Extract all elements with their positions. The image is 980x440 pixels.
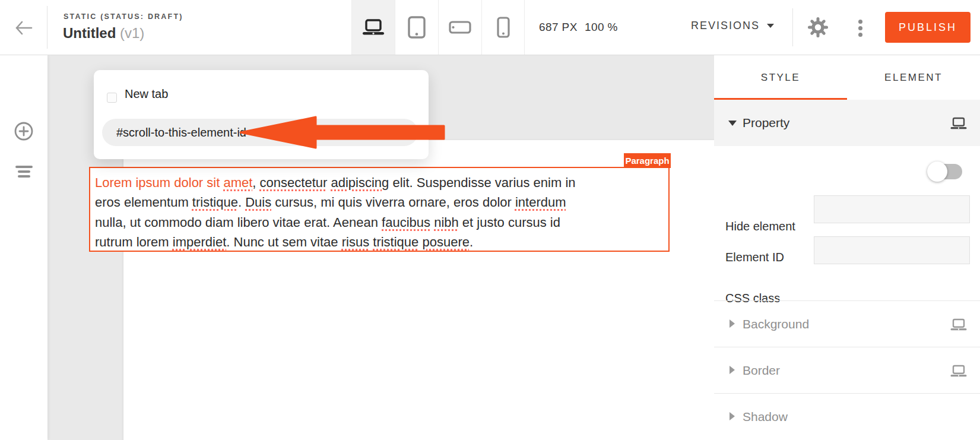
section-header-shadow[interactable]: Shadow bbox=[714, 394, 980, 440]
section-header-property[interactable]: Property bbox=[714, 100, 980, 146]
publish-button[interactable]: PUBLISH bbox=[885, 12, 971, 43]
device-phone-landscape-button[interactable] bbox=[438, 0, 481, 55]
page-title-text: Untitled bbox=[63, 25, 116, 41]
inspector-panel: STYLE ELEMENT Property Hide element Elem… bbox=[714, 55, 980, 440]
section-title: Background bbox=[743, 317, 809, 331]
page-builder-app: STATIC (STATUS: DRAFT) Untitled (v1) bbox=[0, 0, 980, 440]
paragraph-line: rutrum lorem imperdiet. Nunc ut sem vita… bbox=[95, 232, 664, 252]
paragraph-link: Lorem ipsum dolor sit amet bbox=[95, 175, 252, 190]
section-header-border[interactable]: Border bbox=[714, 347, 980, 394]
laptop-icon[interactable] bbox=[950, 116, 969, 131]
layers-icon bbox=[15, 166, 33, 178]
settings-button[interactable] bbox=[807, 16, 829, 39]
css-class-input[interactable] bbox=[814, 236, 970, 264]
device-tablet-button[interactable] bbox=[395, 0, 438, 55]
phone-landscape-icon bbox=[449, 21, 471, 34]
paragraph-line: Lorem ipsum dolor sit amet, consectetur … bbox=[95, 173, 664, 192]
new-tab-checkbox[interactable] bbox=[107, 93, 117, 103]
element-id-label: Element ID bbox=[725, 251, 784, 264]
page-version: (v1) bbox=[120, 25, 144, 41]
layers-button[interactable] bbox=[0, 155, 47, 188]
topbar-divider bbox=[792, 8, 793, 46]
section-title: Border bbox=[743, 363, 780, 378]
caret-down-icon bbox=[728, 121, 737, 126]
caret-right-icon bbox=[730, 366, 735, 374]
link-anchor-input[interactable] bbox=[102, 119, 418, 146]
device-preview-switcher bbox=[351, 0, 525, 55]
revisions-dropdown[interactable]: REVISIONS bbox=[691, 20, 774, 32]
link-settings-popup: New tab bbox=[94, 70, 429, 159]
device-phone-portrait-button[interactable] bbox=[481, 0, 525, 55]
paragraph-line: eros elementum tristique. Duis cursus, m… bbox=[95, 192, 664, 212]
hide-element-label: Hide element bbox=[725, 220, 795, 233]
element-type-badge: Paragraph bbox=[624, 153, 671, 168]
section-header-background[interactable]: Background bbox=[714, 301, 980, 347]
topbar-divider bbox=[47, 6, 47, 49]
page-status-label: STATIC (STATUS: DRAFT) bbox=[64, 12, 183, 21]
kebab-menu-icon bbox=[858, 20, 862, 37]
tab-element[interactable]: ELEMENT bbox=[847, 55, 980, 100]
laptop-icon[interactable] bbox=[950, 318, 969, 332]
laptop-icon[interactable] bbox=[950, 364, 969, 378]
back-button[interactable] bbox=[11, 17, 37, 39]
device-laptop-button[interactable] bbox=[351, 0, 395, 55]
caret-right-icon bbox=[730, 412, 735, 420]
page-title: Untitled (v1) bbox=[63, 25, 144, 42]
left-toolbar bbox=[0, 55, 47, 440]
laptop-icon bbox=[361, 18, 385, 36]
inspector-tabs: STYLE ELEMENT bbox=[714, 55, 980, 100]
paragraph-text: Lorem ipsum dolor sit amet, consectetur … bbox=[90, 168, 668, 252]
paragraph-line: nulla, ut commodo diam libero vitae erat… bbox=[95, 213, 664, 232]
arrow-left-icon bbox=[15, 20, 33, 36]
top-bar: STATIC (STATUS: DRAFT) Untitled (v1) bbox=[0, 0, 980, 55]
viewport-width-readout: 687 PX bbox=[539, 21, 578, 34]
section-title: Property bbox=[743, 116, 789, 130]
more-options-button[interactable] bbox=[855, 17, 865, 39]
element-id-input[interactable] bbox=[814, 195, 970, 223]
chevron-down-icon bbox=[767, 24, 774, 28]
hide-element-toggle[interactable] bbox=[931, 164, 962, 179]
caret-right-icon bbox=[730, 319, 735, 328]
selected-paragraph-element[interactable]: Paragraph Lorem ipsum dolor sit amet, co… bbox=[89, 167, 670, 252]
section-title: Shadow bbox=[743, 410, 788, 424]
zoom-level-readout: 100 % bbox=[585, 21, 618, 34]
gear-icon bbox=[807, 17, 829, 38]
tablet-icon bbox=[408, 16, 426, 39]
add-element-icon bbox=[14, 121, 34, 141]
toggle-knob bbox=[927, 162, 947, 182]
new-tab-label: New tab bbox=[125, 87, 168, 101]
phone-portrait-icon bbox=[497, 17, 510, 38]
tab-style[interactable]: STYLE bbox=[714, 55, 847, 100]
add-element-button[interactable] bbox=[0, 115, 47, 148]
revisions-label: REVISIONS bbox=[691, 20, 760, 32]
